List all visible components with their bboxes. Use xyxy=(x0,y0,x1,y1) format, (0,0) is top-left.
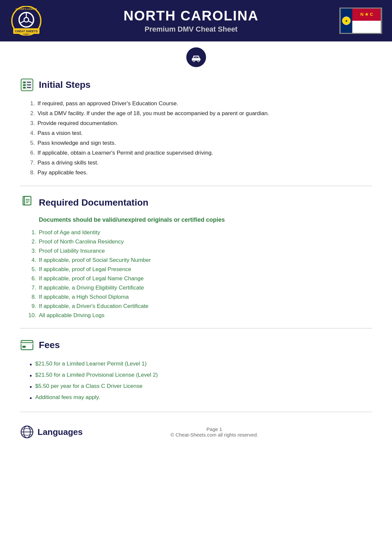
initial-steps-header: Initial Steps xyxy=(20,78,372,92)
doc-text: If applicable, proof of Social Security … xyxy=(39,257,151,264)
fees-list: $21.50 for a Limited Learner Permit (Lev… xyxy=(20,359,372,404)
doc-text: If applicable, proof of Legal Presence xyxy=(39,266,131,273)
docs-list-item: 10.All applicable Driving Logs xyxy=(26,311,372,320)
page-header: CHEAT SHEETS DRIVER'S LICENSE NORTH CARO… xyxy=(0,0,392,41)
doc-text: If applicable, a Driver's Education Cert… xyxy=(39,303,148,310)
step-number: 7. xyxy=(26,160,35,166)
divider-1 xyxy=(20,186,372,186)
svg-rect-20 xyxy=(196,57,198,58)
step-text: Visit a DMV facility. If under the age o… xyxy=(38,110,269,117)
nc-flag: ★ N ★ C xyxy=(339,8,382,34)
step-number: 2. xyxy=(26,110,35,117)
doc-text: Proof of Liability Insurance xyxy=(39,248,105,254)
initial-steps-list: 1.If required, pass an approved Driver's… xyxy=(20,99,372,178)
step-text: Pass a vision test. xyxy=(38,130,83,137)
steps-list-item: 8.Pay applicable fees. xyxy=(26,168,372,178)
step-text: Pay applicable fees. xyxy=(38,169,88,176)
svg-rect-35 xyxy=(22,346,26,348)
fee-text: $21.50 for a Limited Learner Permit (Lev… xyxy=(35,361,146,367)
step-number: 5. xyxy=(26,140,35,146)
doc-text: Proof of Age and Identity xyxy=(39,229,100,236)
doc-number: 3. xyxy=(26,248,36,254)
divider-2 xyxy=(20,328,372,329)
fee-text: $5.50 per year for a Class C Driver Lice… xyxy=(35,383,143,390)
fee-text: $21.50 for a Limited Provisional License… xyxy=(35,372,158,378)
required-docs-header: Required Documentation xyxy=(20,195,372,210)
header-center: NORTH CAROLINA Premium DMV Cheat Sheet xyxy=(43,8,339,34)
step-number: 4. xyxy=(26,130,35,137)
step-number: 3. xyxy=(26,120,35,127)
docs-list-item: 9.If applicable, a Driver's Education Ce… xyxy=(26,302,372,311)
doc-number: 5. xyxy=(26,266,36,273)
svg-rect-19 xyxy=(194,57,196,58)
steps-list-item: 2.Visit a DMV facility. If under the age… xyxy=(26,109,372,118)
doc-number: 6. xyxy=(26,275,36,282)
doc-text: If applicable, proof of Legal Name Chang… xyxy=(39,275,144,282)
required-docs-subtitle: Documents should be valid/unexpired orig… xyxy=(39,216,372,223)
fees-list-item: $21.50 for a Limited Learner Permit (Lev… xyxy=(30,359,372,370)
docs-list-item: 3.Proof of Liability Insurance xyxy=(26,246,372,256)
fees-title: Fees xyxy=(39,340,60,350)
docs-list-item: 2.Proof of North Carolina Residency xyxy=(26,237,372,246)
docs-list-item: 5.If applicable, proof of Legal Presence xyxy=(26,265,372,274)
steps-list-item: 3.Provide required documentation. xyxy=(26,118,372,128)
step-number: 8. xyxy=(26,169,35,176)
fees-list-item: $5.50 per year for a Class C Driver Lice… xyxy=(30,381,372,392)
svg-rect-22 xyxy=(23,82,26,83)
svg-rect-11 xyxy=(352,21,381,33)
car-icon-circle xyxy=(186,47,206,67)
svg-rect-23 xyxy=(23,84,26,86)
docs-list-item: 7.If applicable, a Driving Eligibility C… xyxy=(26,283,372,292)
doc-number: 1. xyxy=(26,229,36,236)
step-text: If applicable, obtain a Learner's Permit… xyxy=(38,150,213,156)
footer-languages-label: Languages xyxy=(38,427,83,437)
car-icon-row xyxy=(0,41,392,70)
steps-list-item: 7.Pass a driving skills test. xyxy=(26,158,372,168)
page-footer: Languages Page 1 © Cheat-Sheets.com all … xyxy=(0,419,392,442)
step-number: 6. xyxy=(26,150,35,156)
steps-list-item: 5.Pass knowledge and sign tests. xyxy=(26,138,372,148)
required-docs-icon xyxy=(20,195,34,210)
logo: CHEAT SHEETS DRIVER'S LICENSE xyxy=(10,6,43,36)
footer-page-number: Page 1 xyxy=(170,426,258,432)
fee-text: Additional fees may apply. xyxy=(35,394,100,401)
doc-number: 9. xyxy=(26,303,36,310)
svg-text:★: ★ xyxy=(345,19,348,23)
footer-center: Page 1 © Cheat-Sheets.com all rights res… xyxy=(170,426,258,438)
svg-text:DRIVER'S LICENSE: DRIVER'S LICENSE xyxy=(15,8,37,10)
doc-number: 10. xyxy=(26,312,36,319)
svg-point-18 xyxy=(197,60,199,62)
divider-3 xyxy=(20,412,372,412)
required-docs-section: Required Documentation Documents should … xyxy=(0,188,392,327)
docs-list-item: 8.If applicable, a High School Diploma xyxy=(26,292,372,302)
docs-list-item: 4.If applicable, proof of Social Securit… xyxy=(26,256,372,265)
step-text: If required, pass an approved Driver's E… xyxy=(38,100,178,107)
fees-header: Fees xyxy=(20,338,372,352)
header-subtitle: Premium DMV Cheat Sheet xyxy=(43,25,339,34)
doc-number: 4. xyxy=(26,257,36,264)
svg-text:N ★ C: N ★ C xyxy=(360,12,373,17)
docs-list-item: 6.If applicable, proof of Legal Name Cha… xyxy=(26,274,372,283)
svg-rect-24 xyxy=(23,87,26,88)
fees-list-item: $21.50 for a Limited Provisional License… xyxy=(30,370,372,381)
doc-number: 7. xyxy=(26,285,36,291)
fees-section: Fees $21.50 for a Limited Learner Permit… xyxy=(0,330,392,410)
initial-steps-icon xyxy=(20,78,34,92)
fees-list-item: Additional fees may apply. xyxy=(30,392,372,404)
fees-icon xyxy=(20,338,34,352)
required-docs-list: 1.Proof of Age and Identity2.Proof of No… xyxy=(20,228,372,320)
doc-text: If applicable, a High School Diploma xyxy=(39,294,129,300)
steps-list-item: 6.If applicable, obtain a Learner's Perm… xyxy=(26,148,372,158)
doc-text: If applicable, a Driving Eligibility Cer… xyxy=(39,285,144,291)
header-title: NORTH CAROLINA xyxy=(43,8,339,24)
steps-list-item: 1.If required, pass an approved Driver's… xyxy=(26,99,372,109)
svg-text:CHEAT SHEETS: CHEAT SHEETS xyxy=(15,30,38,33)
step-number: 1. xyxy=(26,100,35,107)
required-docs-title: Required Documentation xyxy=(39,197,148,208)
doc-number: 8. xyxy=(26,294,36,300)
doc-number: 2. xyxy=(26,239,36,245)
steps-list-item: 4.Pass a vision test. xyxy=(26,128,372,138)
globe-icon xyxy=(20,425,34,439)
docs-list-item: 1.Proof of Age and Identity xyxy=(26,228,372,237)
step-text: Pass a driving skills test. xyxy=(38,160,98,166)
